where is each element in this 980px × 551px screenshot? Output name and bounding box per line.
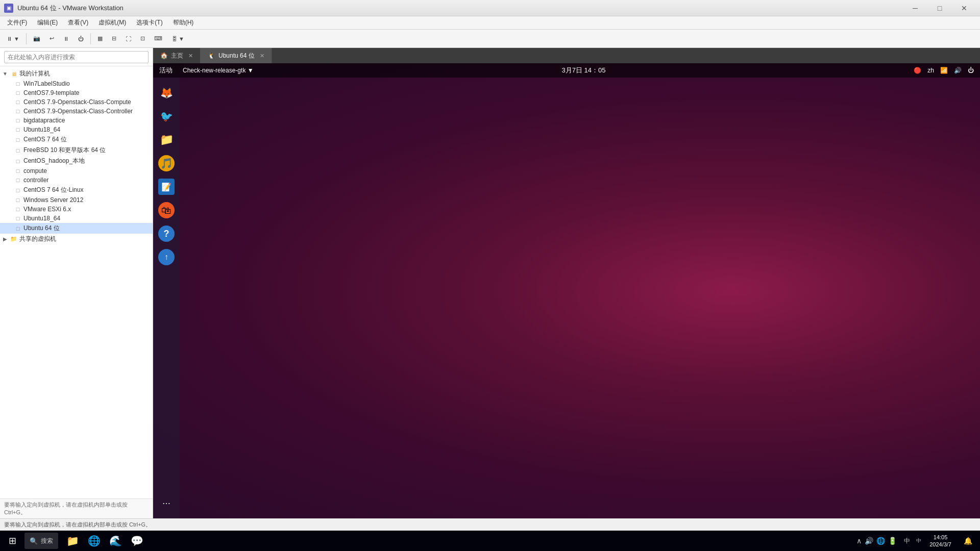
- view-toggle-button[interactable]: ▦: [94, 32, 106, 46]
- vm-label-7: FreeBSD 10 和更早版本 64 位: [23, 146, 106, 155]
- window-title: Ubuntu 64 位 - VMware Workstation: [17, 4, 124, 13]
- power-indicator-icon[interactable]: ⏻: [968, 67, 974, 74]
- search-label: 搜索: [41, 537, 53, 545]
- sidebar-search-bar[interactable]: [0, 48, 153, 66]
- notification-button[interactable]: 🔔: [958, 531, 978, 551]
- battery-tray-icon[interactable]: 🔋: [888, 537, 897, 545]
- shared-expand-arrow: ▶: [2, 236, 8, 242]
- clock-date: 2024/3/7: [929, 541, 951, 548]
- vm-icon-9: □: [14, 167, 22, 174]
- start-icon: ⊞: [9, 535, 16, 546]
- close-button[interactable]: ✕: [952, 1, 976, 15]
- menu-help[interactable]: 帮助(H): [169, 17, 198, 29]
- clock-time: 14:05: [929, 534, 951, 541]
- network-icon[interactable]: 📶: [940, 67, 948, 74]
- vm-label-6: CentOS 7 64 位: [23, 135, 67, 144]
- tray-expand-icon[interactable]: ∧: [856, 537, 862, 545]
- send-ctrl-button[interactable]: ⌨: [151, 32, 166, 46]
- pause-button[interactable]: ⏸ ▼: [3, 32, 23, 46]
- volume-icon[interactable]: 🔊: [954, 67, 962, 74]
- vm-tab-bar: 🏠 主页 ✕ 🐧 Ubuntu 64 位 ✕: [153, 48, 980, 63]
- vm-item-12[interactable]: □ Windows Server 2012: [0, 195, 153, 205]
- taskbar-chrome[interactable]: 🌐: [84, 531, 104, 551]
- shared-vms-item[interactable]: ▶ 📁 共享的虚拟机: [0, 234, 153, 244]
- status-text: 要将输入定向到虚拟机，请在虚拟机内部单击或按 Ctrl+G。: [4, 502, 128, 515]
- edge-icon: 🌊: [109, 535, 122, 547]
- vm-item-0[interactable]: □ Win7LabelStudio: [0, 79, 153, 88]
- minimize-button[interactable]: ─: [903, 1, 927, 15]
- vm-label-13: VMware ESXi 6.x: [23, 206, 71, 213]
- input-method-indicator[interactable]: 中: [902, 537, 912, 545]
- shared-icon: 📁: [10, 236, 18, 243]
- vm-item-9[interactable]: □ compute: [0, 166, 153, 176]
- ubuntu-tab-icon: 🐧: [208, 52, 215, 59]
- network-tray-icon[interactable]: 🌐: [876, 537, 885, 545]
- snapshot-button[interactable]: 📷: [30, 32, 44, 46]
- ubuntu-desktop[interactable]: 活动 Check-new-release-gtk ▼ 3月7日 14：05 🔴 …: [153, 63, 980, 518]
- vm-item-2[interactable]: □ CentOS 7.9-Openstack-Class-Compute: [0, 97, 153, 107]
- vm-item-10[interactable]: □ controller: [0, 176, 153, 185]
- vm-item-15[interactable]: □ Ubuntu 64 位: [0, 223, 153, 234]
- vm-icon-13: □: [14, 206, 22, 213]
- power-button[interactable]: ⏻: [75, 32, 87, 46]
- taskbar-wechat[interactable]: 💬: [127, 531, 147, 551]
- start-button[interactable]: ⊞: [2, 531, 22, 551]
- vm-label-12: Windows Server 2012: [23, 196, 83, 204]
- vm-label-9: compute: [23, 167, 47, 174]
- vm-item-4[interactable]: □ bigdatapractice: [0, 116, 153, 125]
- vm-icon-6: □: [14, 136, 22, 143]
- toolbar-separator-2: [90, 33, 91, 44]
- app-name[interactable]: Check-new-release-gtk ▼: [183, 67, 254, 74]
- home-tab-close[interactable]: ✕: [188, 53, 193, 59]
- menu-view[interactable]: 查看(V): [64, 17, 92, 29]
- view-extra-button[interactable]: ⊡: [137, 32, 149, 46]
- vm-item-8[interactable]: □ CentOS_hadoop_本地: [0, 156, 153, 166]
- shared-vms-label: 共享的虚拟机: [19, 235, 56, 243]
- view-options-button[interactable]: 🎛 ▼: [168, 32, 188, 46]
- my-computer-label: 我的计算机: [19, 69, 50, 78]
- vm-item-13[interactable]: □ VMware ESXi 6.x: [0, 205, 153, 214]
- taskbar-search[interactable]: 🔍 搜索: [24, 533, 58, 549]
- vm-item-14[interactable]: □ Ubuntu18_64: [0, 214, 153, 223]
- toolbar-separator-1: [26, 33, 27, 44]
- menu-file[interactable]: 文件(F): [3, 17, 31, 29]
- topbar-left: 活动 Check-new-release-gtk ▼: [159, 66, 254, 75]
- vm-tree: ▼ 🖥 我的计算机 □ Win7LabelStudio □ CentOS7.9-…: [0, 66, 153, 498]
- taskbar-edge[interactable]: 🌊: [105, 531, 126, 551]
- network-indicator-icon[interactable]: 🔴: [914, 67, 921, 74]
- search-icon: 🔍: [30, 537, 38, 545]
- vm-item-7[interactable]: □ FreeBSD 10 和更早版本 64 位: [0, 145, 153, 156]
- activities-button[interactable]: 活动: [159, 66, 173, 75]
- view-unity-button[interactable]: ⊟: [108, 32, 120, 46]
- vm-label-14: Ubuntu18_64: [23, 215, 60, 222]
- vm-item-6[interactable]: □ CentOS 7 64 位: [0, 134, 153, 145]
- revert-button[interactable]: ↩: [46, 32, 58, 46]
- view-fullscreen-button[interactable]: ⛶: [122, 32, 135, 46]
- ctrl-icon: ⌨: [154, 35, 162, 42]
- vm-label-8: CentOS_hadoop_本地: [23, 157, 85, 165]
- search-input[interactable]: [4, 51, 149, 63]
- sidebar-status: 要将输入定向到虚拟机，请在虚拟机内部单击或按 Ctrl+G。: [0, 498, 153, 518]
- my-computer-item[interactable]: ▼ 🖥 我的计算机: [0, 68, 153, 79]
- ubuntu-tab-close[interactable]: ✕: [260, 53, 264, 59]
- suspend-icon: ⏸: [63, 36, 69, 42]
- taskbar-explorer[interactable]: 📁: [62, 531, 83, 551]
- vm-item-11[interactable]: □ CentOS 7 64 位-Linux: [0, 185, 153, 195]
- vm-item-5[interactable]: □ Ubuntu18_64: [0, 125, 153, 134]
- vm-item-3[interactable]: □ CentOS 7.9-Openstack-Class-Controller: [0, 107, 153, 116]
- options-icon: 🎛: [172, 36, 177, 42]
- dropdown-icon: ▼: [179, 36, 184, 42]
- suspend-button[interactable]: ⏸: [60, 32, 72, 46]
- status-message: 要将输入定向到虚拟机，请在虚拟机内部单击或按 Ctrl+G。: [4, 521, 151, 529]
- vm-label-4: bigdatapractice: [23, 117, 65, 124]
- taskbar-clock[interactable]: 14:05 2024/3/7: [925, 534, 955, 548]
- restore-button[interactable]: □: [928, 1, 951, 15]
- menu-edit[interactable]: 编辑(E): [33, 17, 62, 29]
- menu-vm[interactable]: 虚拟机(M): [94, 17, 130, 29]
- menu-tab[interactable]: 选项卡(T): [132, 17, 166, 29]
- vm-item-1[interactable]: □ CentOS7.9-template: [0, 88, 153, 97]
- lang-indicator[interactable]: zh: [927, 67, 934, 74]
- ubuntu-tab[interactable]: 🐧 Ubuntu 64 位 ✕: [201, 48, 272, 63]
- volume-tray-icon[interactable]: 🔊: [865, 537, 873, 545]
- home-tab[interactable]: 🏠 主页 ✕: [153, 48, 201, 63]
